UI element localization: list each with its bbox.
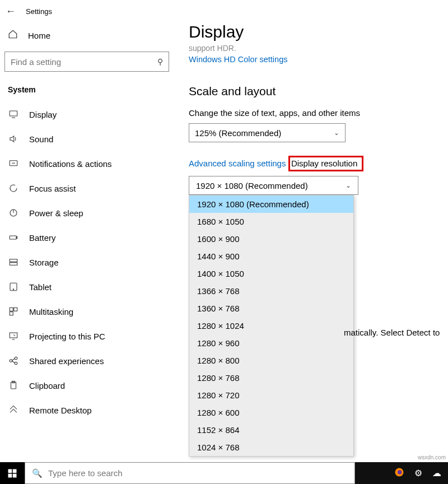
svg-rect-0	[10, 111, 17, 116]
resolution-option[interactable]: 1920 × 1080 (Recommended)	[189, 196, 353, 213]
scale-dropdown[interactable]: 125% (Recommended) ⌄	[189, 123, 346, 142]
sidebar-item-sound[interactable]: Sound	[0, 127, 174, 151]
sidebar-item-label: Tablet	[29, 282, 52, 292]
sidebar-item-label: Sound	[29, 134, 53, 144]
multitask-icon	[8, 306, 19, 317]
sidebar-item-power[interactable]: Power & sleep	[0, 201, 174, 225]
svg-rect-7	[10, 259, 17, 262]
sound-icon	[8, 134, 19, 144]
scale-heading: Scale and layout	[189, 85, 448, 98]
hdr-support-text: support HDR.	[189, 44, 448, 53]
storage-icon	[8, 257, 19, 267]
taskbar-search[interactable]: 🔍 Type here to search	[25, 462, 355, 484]
project-icon	[8, 331, 19, 341]
svg-rect-8	[10, 263, 17, 266]
tablet-icon	[8, 282, 19, 292]
display-icon	[8, 109, 19, 119]
onedrive-icon[interactable]: ☁	[432, 468, 441, 478]
svg-rect-5	[10, 236, 16, 239]
focus-icon	[8, 183, 19, 193]
sidebar-item-label: Projecting to this PC	[29, 332, 105, 341]
svg-point-16	[15, 357, 17, 360]
search-icon: 🔍	[32, 468, 43, 478]
svg-rect-6	[16, 237, 17, 239]
resolution-option[interactable]: 1440 × 900	[189, 248, 353, 265]
gear-icon[interactable]: ⚙	[414, 468, 422, 478]
taskbar: 🔍 Type here to search ⚙ ☁	[0, 462, 448, 484]
resolution-option[interactable]: 1152 × 864	[189, 421, 353, 439]
scale-description: Change the size of text, apps, and other…	[189, 108, 448, 118]
notifications-icon	[8, 159, 19, 169]
taskbar-search-placeholder: Type here to search	[48, 468, 123, 478]
start-button[interactable]	[0, 462, 25, 484]
resolution-value: 1920 × 1080 (Recommended)	[196, 181, 308, 190]
resolution-option[interactable]: 1280 × 1024	[189, 317, 353, 334]
shared-icon	[8, 356, 19, 366]
resolution-option[interactable]: 1280 × 720	[189, 387, 353, 404]
chevron-down-icon: ⌄	[334, 129, 339, 137]
resolution-label: Display resolution	[291, 159, 357, 168]
hdr-settings-link[interactable]: Windows HD Color settings	[189, 55, 287, 64]
firefox-icon[interactable]	[394, 467, 404, 480]
sidebar-item-label: Power & sleep	[29, 208, 83, 218]
tray-icons: ⚙ ☁	[394, 462, 448, 484]
back-icon[interactable]: ←	[6, 6, 16, 17]
sidebar-item-label: Focus assist	[29, 184, 76, 193]
sidebar-item-notifications[interactable]: Notifications & actions	[0, 151, 174, 176]
settings-title: Settings	[26, 7, 52, 16]
page-title: Display	[189, 22, 448, 41]
detect-text-fragment: matically. Select Detect to	[344, 328, 445, 337]
home-label: Home	[28, 31, 50, 40]
resolution-option[interactable]: 1280 × 600	[189, 404, 353, 421]
sidebar-item-storage[interactable]: Storage	[0, 250, 174, 274]
sidebar-item-label: Remote Desktop	[29, 406, 92, 415]
svg-point-17	[15, 362, 17, 365]
resolution-option[interactable]: 1600 × 900	[189, 230, 353, 248]
sidebar-item-label: Storage	[29, 258, 59, 267]
sidebar-item-shared[interactable]: Shared experiences	[0, 348, 174, 373]
titlebar: ← Settings	[0, 0, 448, 22]
svg-point-10	[13, 289, 14, 290]
resolution-option[interactable]: 1366 × 768	[189, 282, 353, 300]
sidebar-item-project[interactable]: Projecting to this PC	[0, 324, 174, 348]
svg-line-18	[12, 359, 15, 360]
search-icon: ⚲	[157, 57, 163, 66]
home-icon	[8, 29, 18, 41]
sidebar-item-display[interactable]: Display	[0, 102, 174, 127]
sidebar: Home ⚲ System DisplaySoundNotifications …	[0, 22, 174, 462]
svg-rect-25	[13, 473, 17, 477]
resolution-option[interactable]: 1024 × 768	[189, 439, 353, 456]
sidebar-item-focus[interactable]: Focus assist	[0, 176, 174, 201]
power-icon	[8, 208, 19, 218]
sidebar-item-multitask[interactable]: Multitasking	[0, 299, 174, 324]
advanced-scaling-link[interactable]: Advanced scaling settings	[189, 159, 286, 168]
resolution-option[interactable]: 1400 × 1050	[189, 265, 353, 282]
svg-rect-14	[10, 333, 17, 338]
resolution-option[interactable]: 1280 × 960	[189, 334, 353, 352]
remote-icon	[8, 405, 19, 415]
sidebar-item-remote[interactable]: Remote Desktop	[0, 398, 174, 422]
sidebar-item-battery[interactable]: Battery	[0, 225, 174, 250]
sidebar-item-label: Display	[29, 110, 57, 119]
sidebar-item-tablet[interactable]: Tablet	[0, 274, 174, 299]
resolution-option[interactable]: 1680 × 1050	[189, 213, 353, 230]
resolution-option[interactable]: 1280 × 768	[189, 369, 353, 387]
resolution-options-list: 1920 × 1080 (Recommended)1680 × 10501600…	[189, 195, 354, 457]
svg-rect-24	[8, 473, 12, 477]
svg-line-19	[12, 361, 15, 363]
home-button[interactable]: Home	[0, 22, 174, 46]
battery-icon	[8, 232, 19, 243]
sidebar-item-clipboard[interactable]: Clipboard	[0, 373, 174, 398]
search-input[interactable]	[11, 57, 139, 67]
settings-search[interactable]: ⚲	[4, 52, 169, 72]
svg-rect-12	[14, 308, 17, 311]
sidebar-item-label: Multitasking	[29, 307, 73, 317]
resolution-label-highlight: Display resolution	[288, 156, 363, 171]
scale-value: 125% (Recommended)	[195, 128, 281, 138]
resolution-option[interactable]: 1360 × 768	[189, 300, 353, 317]
sidebar-item-label: Notifications & actions	[29, 159, 112, 169]
resolution-dropdown[interactable]: 1920 × 1080 (Recommended) ⌄	[189, 176, 358, 195]
svg-rect-22	[8, 469, 12, 473]
svg-rect-9	[10, 283, 17, 291]
resolution-option[interactable]: 1280 × 800	[189, 352, 353, 369]
